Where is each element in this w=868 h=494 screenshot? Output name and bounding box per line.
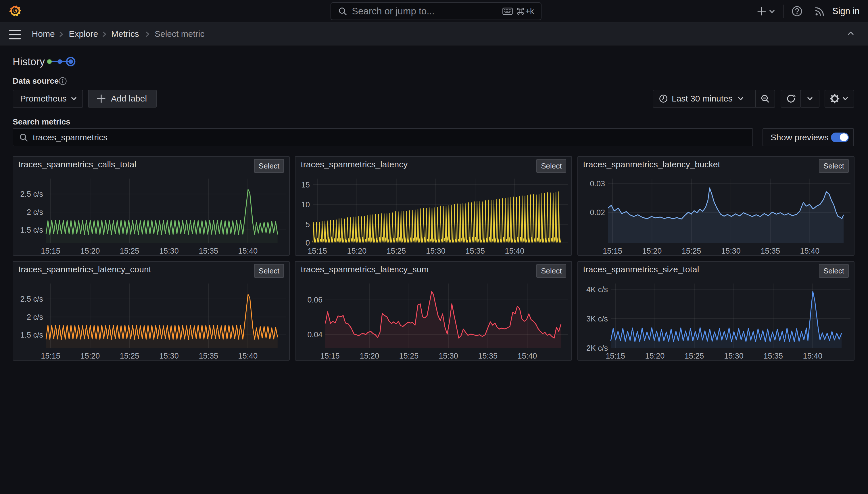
svg-text:4K c/s: 4K c/s — [586, 285, 608, 294]
svg-text:15:35: 15:35 — [478, 352, 498, 360]
svg-text:15:35: 15:35 — [761, 247, 780, 255]
svg-text:15:20: 15:20 — [360, 352, 379, 360]
svg-text:15:15: 15:15 — [320, 352, 340, 360]
svg-text:15:30: 15:30 — [439, 352, 458, 360]
svg-text:15:35: 15:35 — [199, 352, 218, 360]
svg-text:0.04: 0.04 — [308, 330, 323, 339]
svg-text:15:25: 15:25 — [399, 352, 419, 360]
svg-text:2.5 c/s: 2.5 c/s — [20, 295, 43, 303]
svg-text:15:40: 15:40 — [518, 352, 537, 360]
svg-text:2K c/s: 2K c/s — [586, 344, 608, 353]
svg-text:15:25: 15:25 — [685, 352, 704, 360]
svg-text:15:15: 15:15 — [41, 247, 60, 255]
svg-text:15:20: 15:20 — [347, 247, 367, 255]
svg-text:15:20: 15:20 — [80, 352, 100, 360]
svg-text:2.5 c/s: 2.5 c/s — [20, 190, 43, 199]
svg-text:15:25: 15:25 — [120, 247, 139, 255]
svg-text:15:30: 15:30 — [159, 352, 179, 360]
svg-text:15:15: 15:15 — [308, 247, 328, 255]
svg-text:15:40: 15:40 — [238, 352, 258, 360]
svg-text:15:30: 15:30 — [724, 352, 744, 360]
svg-text:15:25: 15:25 — [682, 247, 701, 255]
svg-text:0.03: 0.03 — [590, 180, 605, 188]
svg-text:15:30: 15:30 — [426, 247, 446, 255]
svg-text:10: 10 — [301, 201, 310, 209]
svg-text:15:20: 15:20 — [80, 247, 100, 255]
svg-text:15:15: 15:15 — [606, 352, 625, 360]
svg-text:2 c/s: 2 c/s — [27, 208, 43, 216]
svg-text:15:40: 15:40 — [800, 247, 820, 255]
svg-text:5: 5 — [305, 220, 310, 229]
svg-text:15:30: 15:30 — [159, 247, 179, 255]
svg-text:15:35: 15:35 — [199, 247, 218, 255]
svg-text:1.5 c/s: 1.5 c/s — [20, 331, 43, 339]
svg-text:15:30: 15:30 — [721, 247, 741, 255]
svg-text:15:35: 15:35 — [466, 247, 485, 255]
svg-text:15: 15 — [301, 180, 310, 189]
svg-text:15:25: 15:25 — [120, 352, 139, 360]
svg-text:15:20: 15:20 — [645, 352, 665, 360]
svg-text:15:25: 15:25 — [387, 247, 406, 255]
svg-text:15:40: 15:40 — [505, 247, 525, 255]
svg-text:3K c/s: 3K c/s — [586, 315, 608, 323]
svg-text:0.02: 0.02 — [590, 208, 605, 217]
svg-text:15:40: 15:40 — [238, 247, 258, 255]
svg-text:2 c/s: 2 c/s — [27, 313, 43, 322]
svg-text:0: 0 — [305, 239, 310, 247]
svg-text:15:20: 15:20 — [642, 247, 662, 255]
svg-text:1.5 c/s: 1.5 c/s — [20, 226, 43, 234]
svg-text:15:40: 15:40 — [803, 352, 822, 360]
svg-text:15:15: 15:15 — [603, 247, 622, 255]
svg-text:15:35: 15:35 — [763, 352, 783, 360]
svg-text:15:15: 15:15 — [41, 352, 60, 360]
svg-text:0.06: 0.06 — [308, 296, 323, 304]
